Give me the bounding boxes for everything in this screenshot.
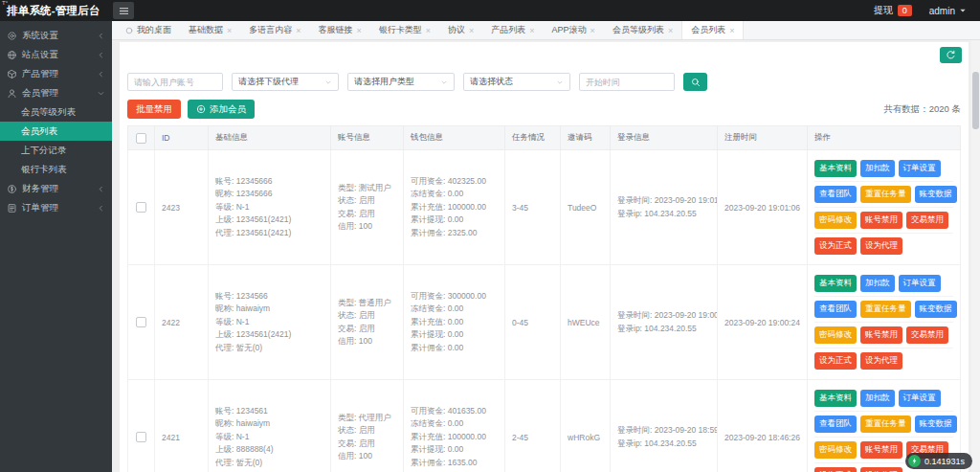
add-deduct-button[interactable]: 加扣款 <box>860 275 895 292</box>
set-agent-button[interactable]: 设为代理 <box>860 467 902 472</box>
register-time-cell: 2023-09-20 19:00:24 <box>718 265 808 380</box>
user-type-select[interactable]: 请选择用户类型 <box>347 73 455 91</box>
tab-item[interactable]: 多语言内容× <box>240 21 309 39</box>
set-formal-button[interactable]: 设为正式 <box>814 237 857 255</box>
password-edit-button[interactable]: 密码修改 <box>814 326 857 344</box>
tab-item[interactable]: 会员等级列表× <box>604 21 681 39</box>
close-icon[interactable]: × <box>590 26 595 35</box>
start-time-input[interactable] <box>579 73 675 91</box>
account-change-data-button[interactable]: 账变数据 <box>915 301 957 318</box>
order-settings-button[interactable]: 订单设置 <box>899 160 941 177</box>
close-icon[interactable]: × <box>469 26 474 35</box>
batch-disable-button[interactable]: 批量禁用 <box>127 100 181 119</box>
withdraw-link[interactable]: 提现 0 <box>874 4 912 17</box>
row-checkbox[interactable] <box>136 202 146 213</box>
password-edit-button[interactable]: 密码修改 <box>814 212 857 229</box>
refresh-button[interactable] <box>940 47 962 63</box>
close-icon[interactable]: × <box>668 26 673 35</box>
tab-label: 会员列表 <box>691 24 725 36</box>
sidebar-subitem[interactable]: 上下分记录 <box>0 141 112 160</box>
set-agent-button[interactable]: 设为代理 <box>860 352 902 370</box>
sidebar-item[interactable]: 产品管理 <box>0 64 112 83</box>
add-deduct-button[interactable]: 加扣款 <box>860 160 895 177</box>
account-change-data-button[interactable]: 账变数据 <box>915 416 957 433</box>
info-line: 等级: N-1 <box>215 201 323 214</box>
scrollbar-thumb[interactable] <box>972 72 979 129</box>
view-team-button[interactable]: 查看团队 <box>814 301 857 318</box>
disable-account-button[interactable]: 账号禁用 <box>860 326 902 344</box>
view-team-button[interactable]: 查看团队 <box>814 416 857 433</box>
order-settings-button[interactable]: 订单设置 <box>899 390 941 407</box>
account-search-input[interactable] <box>127 73 223 91</box>
order-settings-button[interactable]: 订单设置 <box>899 275 941 292</box>
add-deduct-button[interactable]: 加扣款 <box>860 390 895 407</box>
select-all-checkbox[interactable] <box>136 133 146 144</box>
action-button-row: 基本资料加扣款订单设置 <box>814 156 953 182</box>
tab-item[interactable]: 协议× <box>439 21 482 39</box>
row-checkbox[interactable] <box>136 317 146 327</box>
set-formal-button[interactable]: 设为正式 <box>814 352 857 370</box>
user-menu[interactable]: admin <box>929 6 967 16</box>
set-formal-button[interactable]: 设为正式 <box>814 467 857 472</box>
disable-account-button[interactable]: 账号禁用 <box>860 212 902 229</box>
sidebar-subitem[interactable]: 会员列表 <box>0 122 112 141</box>
account-change-data-button[interactable]: 账变数据 <box>915 186 957 203</box>
page-scrollbar[interactable] <box>971 40 980 472</box>
sidebar-item[interactable]: 财务管理 <box>0 179 112 198</box>
column-header: 邀请码 <box>561 126 611 150</box>
close-icon[interactable]: × <box>296 26 301 35</box>
close-icon[interactable]: × <box>227 26 232 35</box>
topbar: T° 排单系统-管理后台 提现 0 admin <box>0 0 980 21</box>
agent-select[interactable]: 请选择下级代理 <box>232 73 339 91</box>
column-header: 操作 <box>808 126 961 150</box>
password-edit-button[interactable]: 密码修改 <box>814 441 857 459</box>
basic-info-button[interactable]: 基本资料 <box>814 160 857 177</box>
tab-item[interactable]: 我的桌面 <box>117 21 180 39</box>
basic-info-button[interactable]: 基本资料 <box>814 275 857 292</box>
sidebar-item-label: 产品管理 <box>22 68 58 80</box>
tab-item[interactable]: 会员列表× <box>681 21 744 39</box>
add-member-button[interactable]: 添加会员 <box>188 100 255 119</box>
status-select[interactable]: 请选择状态 <box>463 73 570 91</box>
sidebar-item[interactable]: 系统设置 <box>0 26 112 45</box>
close-icon[interactable]: × <box>529 26 534 35</box>
tab-item[interactable]: 银行卡类型× <box>370 21 439 39</box>
view-team-button[interactable]: 查看团队 <box>814 186 857 203</box>
sidebar-item[interactable]: 会员管理 <box>0 83 112 102</box>
close-icon[interactable]: × <box>426 26 431 35</box>
disable-trade-button[interactable]: 交易禁用 <box>906 212 948 229</box>
tab-item[interactable]: 客服链接× <box>310 21 370 39</box>
set-agent-button[interactable]: 设为代理 <box>860 237 902 255</box>
sidebar-subitem[interactable]: 会员等级列表 <box>0 102 112 122</box>
disable-account-button[interactable]: 账号禁用 <box>860 441 902 459</box>
sidebar-subitem[interactable]: 银行卡列表 <box>0 160 112 179</box>
close-icon[interactable]: × <box>729 26 734 35</box>
sidebar-item[interactable]: 站点设置 <box>0 45 112 64</box>
tab-item[interactable]: 产品列表× <box>482 21 543 39</box>
reset-task-button[interactable]: 重置任务量 <box>860 301 911 318</box>
action-button-row: 基本资料加扣款订单设置 <box>814 386 953 412</box>
info-line: 状态: 启用 <box>338 194 396 208</box>
tab-item[interactable]: 基础数据× <box>180 21 240 39</box>
column-header: 登录信息 <box>611 126 718 150</box>
info-line: 代理: 暂无(0) <box>215 457 323 470</box>
sidebar-item[interactable]: 订单管理 <box>0 198 112 217</box>
add-member-label: 添加会员 <box>210 103 246 116</box>
disable-trade-button[interactable]: 交易禁用 <box>906 326 948 344</box>
withdraw-label: 提现 <box>874 4 893 17</box>
tab-item[interactable]: APP滚动× <box>544 21 604 39</box>
info-line: 交易: 启用 <box>338 323 396 336</box>
reset-task-button[interactable]: 重置任务量 <box>860 416 911 433</box>
close-icon[interactable]: × <box>357 26 362 35</box>
caret-down-icon <box>959 7 967 14</box>
chevron-down-icon <box>97 89 105 98</box>
info-line: 状态: 启用 <box>338 424 396 438</box>
search-button[interactable] <box>683 73 707 91</box>
topbar-right: 提现 0 admin <box>874 4 980 17</box>
info-line: 可用资金: 300000.00 <box>411 290 498 303</box>
info-line: 累计佣金: 1635.00 <box>411 457 498 470</box>
row-checkbox[interactable] <box>136 432 146 442</box>
menu-toggle-button[interactable] <box>113 2 134 19</box>
reset-task-button[interactable]: 重置任务量 <box>860 186 911 203</box>
basic-info-button[interactable]: 基本资料 <box>814 390 857 407</box>
